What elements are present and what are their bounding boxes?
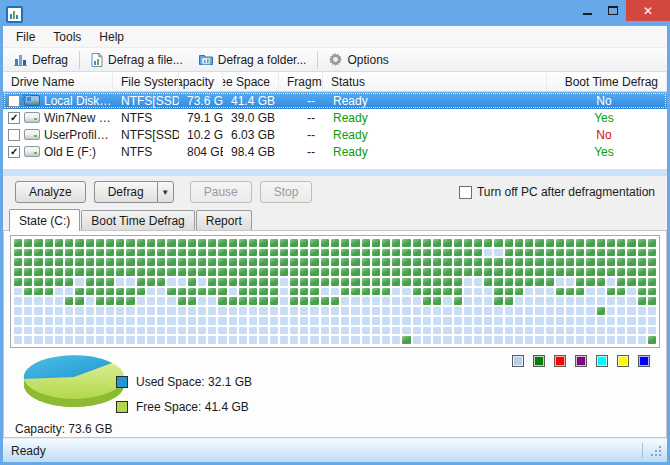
column-header-status[interactable]: Status xyxy=(323,72,547,91)
map-block-used xyxy=(239,249,247,257)
drive-row[interactable]: ✓Win7New (D:)NTFS79.1 GB39.0 GB--ReadyYe… xyxy=(3,109,667,126)
map-block-free xyxy=(576,336,584,344)
toolbar-defrag-button[interactable]: Defrag xyxy=(6,49,76,70)
map-block-used xyxy=(423,258,431,266)
map-block-used xyxy=(310,249,318,257)
toolbar-defrag-file-button[interactable]: Defrag a file... xyxy=(83,49,191,70)
map-block-used xyxy=(586,268,594,276)
map-block-free xyxy=(413,317,421,325)
map-block-free xyxy=(362,317,370,325)
map-block-free xyxy=(229,317,237,325)
map-block-free xyxy=(586,288,594,296)
drive-row[interactable]: Local Disk (C:)NTFS[SSD]73.6 GB41.4 GB--… xyxy=(3,92,667,109)
drive-select-checkbox[interactable]: ✓ xyxy=(8,146,20,158)
map-block-used xyxy=(126,258,134,266)
drive-select-checkbox[interactable] xyxy=(8,129,20,141)
defrag-button[interactable]: Defrag xyxy=(94,181,157,203)
map-block-used xyxy=(270,239,278,247)
analyze-button[interactable]: Analyze xyxy=(15,181,86,203)
drive-select-checkbox[interactable] xyxy=(8,95,20,107)
column-header-boot-time-defrag[interactable]: Boot Time Defrag xyxy=(547,72,667,91)
splitter-bar[interactable] xyxy=(3,169,667,176)
drive-select-checkbox[interactable]: ✓ xyxy=(8,112,20,124)
menu-help[interactable]: Help xyxy=(90,27,133,47)
column-header-file-system[interactable]: File System xyxy=(113,72,179,91)
column-header-capacity[interactable]: Capacity xyxy=(179,72,223,91)
turn-off-pc-checkbox[interactable] xyxy=(459,186,472,199)
map-block-free xyxy=(617,307,625,315)
map-block-free xyxy=(474,297,482,305)
toolbar-defrag-folder-button[interactable]: Defrag a folder... xyxy=(191,49,315,70)
toolbar-options-button[interactable]: Options xyxy=(321,49,396,70)
map-block-free xyxy=(280,327,288,335)
map-block-free xyxy=(464,278,472,286)
legend-color-swatch xyxy=(617,355,629,367)
minimize-button[interactable] xyxy=(574,0,600,21)
map-block-free xyxy=(14,327,22,335)
map-block-used xyxy=(321,249,329,257)
map-block-free xyxy=(280,297,288,305)
defrag-dropdown-button[interactable]: ▼ xyxy=(157,181,174,203)
map-block-free xyxy=(65,327,73,335)
column-header-free-space[interactable]: Free Space xyxy=(223,72,279,91)
map-block-used xyxy=(607,249,615,257)
tab-state[interactable]: State (C:) xyxy=(9,209,80,231)
legend-color-swatch xyxy=(554,355,566,367)
map-block-used xyxy=(535,278,543,286)
map-block-used xyxy=(208,268,216,276)
map-block-used xyxy=(249,268,257,276)
stop-button[interactable]: Stop xyxy=(260,181,313,203)
map-block-free xyxy=(525,317,533,325)
map-block-free xyxy=(157,288,165,296)
map-block-free xyxy=(137,307,145,315)
map-block-free xyxy=(249,307,257,315)
boot-time-defrag-cell: No xyxy=(547,94,667,108)
map-block-free xyxy=(75,278,83,286)
map-block-free xyxy=(55,336,63,344)
title-bar[interactable]: ✕ xyxy=(0,0,670,26)
map-block-used xyxy=(218,239,226,247)
map-block-free xyxy=(525,307,533,315)
map-block-free xyxy=(24,327,32,335)
map-block-free xyxy=(229,307,237,315)
column-header-fragmentation[interactable]: Fragme... xyxy=(279,72,323,91)
map-block-used xyxy=(208,288,216,296)
map-block-free xyxy=(341,317,349,325)
map-block-free xyxy=(423,327,431,335)
map-block-free xyxy=(188,336,196,344)
map-block-free xyxy=(566,278,574,286)
map-block-used xyxy=(331,297,339,305)
map-block-used xyxy=(597,278,605,286)
map-block-used xyxy=(648,297,656,305)
map-block-used xyxy=(280,258,288,266)
map-block-used xyxy=(259,297,267,305)
column-header-drive-name[interactable]: Drive Name xyxy=(3,72,113,91)
map-block-free xyxy=(208,317,216,325)
resize-grip-icon[interactable] xyxy=(651,446,662,457)
map-block-free xyxy=(208,297,216,305)
map-block-used xyxy=(484,239,492,247)
map-block-used xyxy=(535,268,543,276)
maximize-button[interactable] xyxy=(600,0,626,21)
map-block-used xyxy=(249,258,257,266)
map-block-used xyxy=(45,268,53,276)
close-button[interactable]: ✕ xyxy=(626,0,670,21)
drive-row[interactable]: UserProfile (E:)NTFS[SSD]10.2 GB6.03 GB-… xyxy=(3,126,667,143)
disk-map-grid xyxy=(14,239,656,344)
drive-row[interactable]: ✓Old E (F:)NTFS804 GB98.4 GB--ReadyYes xyxy=(3,143,667,160)
map-block-used xyxy=(413,258,421,266)
map-block-used xyxy=(515,288,523,296)
pause-button[interactable]: Pause xyxy=(190,181,252,203)
menu-tools[interactable]: Tools xyxy=(44,27,90,47)
map-block-free xyxy=(351,297,359,305)
map-block-free xyxy=(484,307,492,315)
tab-report[interactable]: Report xyxy=(196,210,252,230)
map-block-used xyxy=(14,239,22,247)
map-block-free xyxy=(106,307,114,315)
legend-color-swatch xyxy=(533,355,545,367)
map-block-free xyxy=(402,288,410,296)
tab-boot-time-defrag[interactable]: Boot Time Defrag xyxy=(81,210,194,230)
map-block-free xyxy=(14,297,22,305)
map-block-free xyxy=(290,317,298,325)
menu-file[interactable]: File xyxy=(7,27,44,47)
